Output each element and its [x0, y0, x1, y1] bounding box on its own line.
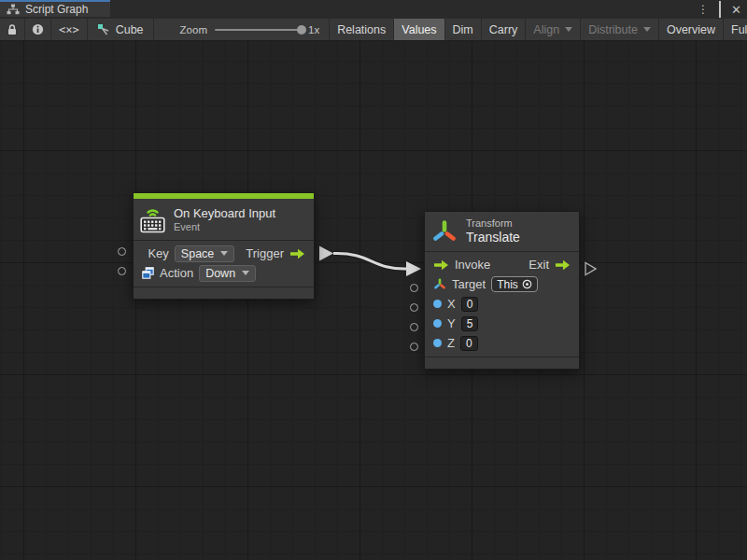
- graph-target-label: Cube: [116, 23, 144, 36]
- action-label: Action: [160, 266, 193, 280]
- title-bar: Script Graph ⋮ ✕: [0, 0, 747, 19]
- chevron-down-icon: [220, 251, 228, 256]
- transform-mini-icon: [433, 278, 446, 290]
- code-preview-button[interactable]: <×>: [51, 19, 88, 40]
- connection-wire: [0, 41, 747, 560]
- distribute-dropdown[interactable]: Distribute: [581, 19, 659, 40]
- y-row: Y 5: [425, 314, 579, 333]
- node-translate[interactable]: Transform Translate Invoke Exit: [424, 211, 580, 370]
- fullscreen-button[interactable]: Full Screen: [724, 19, 747, 40]
- target-label: Target: [452, 277, 486, 291]
- node-footer: [425, 357, 579, 369]
- zoom-slider-knob[interactable]: [297, 25, 306, 35]
- tab-script-graph[interactable]: Script Graph: [0, 0, 110, 17]
- invoke-flow-arrow-icon[interactable]: [433, 259, 449, 271]
- zoom-control: Zoom 1x: [154, 19, 330, 40]
- chevron-down-icon: [565, 27, 572, 32]
- node-title: Translate: [466, 230, 520, 245]
- info-icon: [32, 23, 44, 35]
- close-icon[interactable]: ✕: [731, 4, 741, 16]
- carry-button[interactable]: Carry: [482, 19, 527, 40]
- key-row: Key Space Trigger: [134, 244, 314, 263]
- action-port[interactable]: [118, 267, 126, 275]
- graph-hierarchy-icon: [7, 4, 20, 15]
- window-menu-icon[interactable]: ⋮: [698, 4, 709, 15]
- x-label: X: [447, 297, 456, 311]
- chevron-down-icon: [242, 271, 249, 275]
- exit-port-triangle[interactable]: [585, 263, 596, 275]
- target-row: Target This: [425, 274, 579, 294]
- y-input[interactable]: 5: [461, 316, 479, 331]
- z-input[interactable]: 0: [460, 336, 478, 351]
- chevron-down-icon: [643, 27, 651, 32]
- node-subtitle: Event: [174, 221, 275, 232]
- enum-type-icon: [142, 267, 154, 279]
- value-port-dot-icon: [433, 319, 442, 328]
- node-body: Invoke Exit Target This: [425, 252, 579, 357]
- wire-source-arrow[interactable]: [319, 246, 333, 261]
- x-input[interactable]: 0: [461, 297, 479, 312]
- graph-toolbar: <×> Cube Zoom 1x Relations Values Dim Ca…: [0, 19, 747, 41]
- x-row: X 0: [425, 294, 579, 314]
- zoom-label: Zoom: [180, 24, 207, 35]
- invoke-label: Invoke: [455, 258, 490, 272]
- keyboard-event-icon: [140, 204, 165, 233]
- target-port[interactable]: [410, 284, 418, 292]
- zoom-slider[interactable]: [215, 29, 301, 31]
- values-button[interactable]: Values: [394, 19, 444, 40]
- lock-icon: [7, 23, 18, 35]
- invoke-exit-row: Invoke Exit: [425, 255, 579, 274]
- y-port[interactable]: [410, 323, 418, 331]
- node-body: Key Space Trigger: [134, 241, 314, 287]
- wire-target-arrow[interactable]: [406, 261, 421, 276]
- dim-button[interactable]: Dim: [445, 19, 482, 40]
- script-graph-window: Script Graph ⋮ ✕ <×>: [0, 0, 747, 560]
- z-row: Z 0: [425, 333, 579, 353]
- node-footer: [134, 287, 314, 299]
- transform-icon: [431, 219, 458, 244]
- overview-button[interactable]: Overview: [659, 19, 724, 40]
- action-dropdown[interactable]: Down: [199, 265, 256, 282]
- exit-label: Exit: [529, 258, 549, 272]
- target-value-chip[interactable]: This: [491, 276, 538, 292]
- node-category: Transform: [466, 217, 520, 229]
- key-label: Key: [148, 246, 168, 260]
- z-port[interactable]: [410, 343, 418, 351]
- x-port[interactable]: [410, 303, 418, 312]
- info-button[interactable]: [25, 19, 51, 40]
- key-port[interactable]: [118, 247, 126, 256]
- graph-pointer-icon: [97, 23, 110, 36]
- y-label: Y: [447, 316, 456, 330]
- trigger-label: Trigger: [246, 246, 284, 260]
- action-row: Action Down: [134, 263, 314, 283]
- zoom-value: 1x: [308, 24, 319, 35]
- titlebar-controls: ⋮ ✕: [698, 0, 741, 19]
- target-picker-icon: [522, 279, 532, 289]
- graph-target-group[interactable]: Cube: [88, 19, 154, 40]
- graph-canvas[interactable]: On Keyboard Input Event Key Space: [0, 41, 747, 560]
- maximize-icon[interactable]: [719, 4, 721, 16]
- tab-title: Script Graph: [25, 3, 88, 16]
- align-dropdown[interactable]: Align: [526, 19, 581, 40]
- node-header[interactable]: On Keyboard Input Event: [134, 199, 314, 241]
- node-on-keyboard-input[interactable]: On Keyboard Input Event Key Space: [133, 192, 315, 300]
- key-dropdown[interactable]: Space: [175, 245, 234, 262]
- z-label: Z: [447, 336, 455, 350]
- exit-flow-arrow-icon[interactable]: [555, 259, 571, 271]
- trigger-flow-arrow-icon[interactable]: [289, 248, 305, 259]
- node-title: On Keyboard Input: [174, 206, 275, 220]
- relations-button[interactable]: Relations: [330, 19, 394, 40]
- value-port-dot-icon: [433, 339, 442, 347]
- lock-button[interactable]: [0, 19, 25, 40]
- value-port-dot-icon: [433, 300, 442, 308]
- node-header[interactable]: Transform Translate: [425, 212, 579, 252]
